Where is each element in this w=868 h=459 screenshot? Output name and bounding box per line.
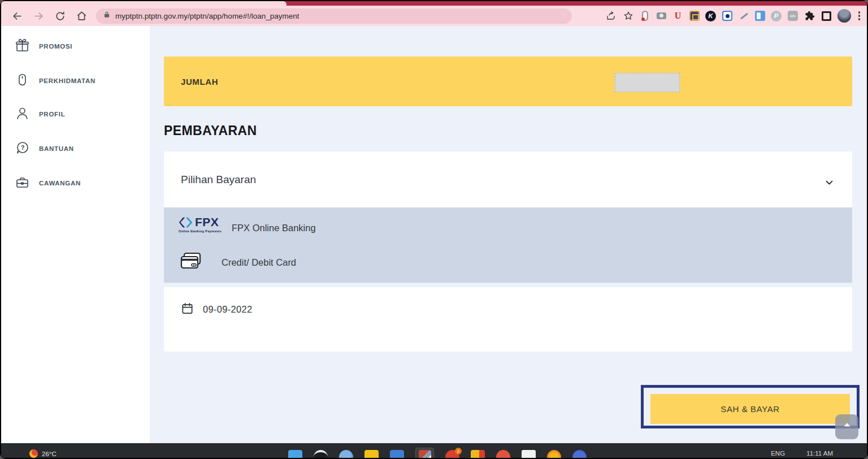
share-icon[interactable] (605, 10, 617, 22)
taskbar-clock[interactable]: 11:11 AM (806, 450, 833, 457)
credit-card-icon (180, 252, 202, 273)
briefcase-icon (15, 175, 30, 192)
lock-icon (103, 11, 111, 21)
payment-date-field[interactable]: 09-09-2022 (164, 287, 852, 352)
weather-temp: 26°C (42, 451, 57, 457)
taskbar-folder-icon[interactable] (364, 450, 379, 458)
fpx-logo: FPX Online Banking Payments (179, 215, 229, 233)
notification-badge: 2 (455, 448, 462, 454)
svg-text:?: ? (21, 144, 25, 151)
taskbar-app-7[interactable]: 2 (445, 450, 459, 458)
browser-menu-icon[interactable] (856, 11, 863, 20)
sidebar-item-label: BANTUAN (39, 145, 74, 152)
address-bar[interactable]: myptptn.ptptn.gov.my/ptptn/app/home#!/lo… (96, 8, 572, 24)
taskbar-active-app[interactable] (415, 448, 434, 458)
url-text: myptptn.ptptn.gov.my/ptptn/app/home#!/lo… (115, 12, 299, 20)
payment-date-value: 09-09-2022 (203, 304, 252, 315)
extensions-puzzle-icon[interactable] (804, 10, 816, 22)
taskbar-app-11[interactable] (547, 450, 561, 458)
sidebar-item-cawangan[interactable]: CAWANGAN (1, 170, 150, 197)
gift-icon (15, 38, 30, 55)
weather-sun-icon (29, 449, 38, 458)
taskbar-app-2[interactable] (314, 450, 328, 458)
extension-pill-icon[interactable] (640, 10, 651, 21)
page-content: PROMOSI PERKHIDMATAN PROFIL ? BANTUAN (1, 26, 867, 443)
highlight-box: SAH & BAYAR (641, 385, 860, 428)
sidebar-item-bantuan[interactable]: ? BANTUAN (1, 135, 150, 162)
extension-gold-icon[interactable] (689, 10, 700, 21)
payment-options-panel: FPX Online Banking Payments FPX Online B… (164, 207, 852, 283)
scroll-to-top-button[interactable] (835, 414, 858, 439)
total-banner: JUMLAH (164, 57, 852, 106)
sidebar-item-profil[interactable]: PROFIL (1, 101, 150, 128)
option-fpx-label: FPX Online Banking (232, 223, 316, 233)
fpx-logo-text: FPX (195, 215, 219, 229)
forward-button[interactable] (32, 9, 45, 23)
extension-code-icon[interactable]: </> (787, 10, 798, 21)
extension-camera-icon[interactable] (656, 10, 667, 21)
sidebar-item-label: CAWANGAN (39, 180, 81, 187)
payment-method-select[interactable]: Pilihan Bayaran (164, 151, 852, 207)
option-fpx[interactable]: FPX Online Banking Payments FPX Online B… (164, 211, 852, 245)
sidebar-item-promosi[interactable]: PROMOSI (1, 33, 150, 60)
sidebar-item-label: PROMOSI (39, 43, 72, 50)
extension-u-icon[interactable]: U (672, 10, 684, 21)
taskbar-app-9[interactable] (496, 450, 510, 458)
windows-taskbar: 26°C 2 ENG 11:11 AM (1, 443, 867, 458)
extension-cashback-icon[interactable] (722, 10, 733, 21)
bookmark-star-icon[interactable] (622, 10, 635, 22)
chevron-down-icon[interactable] (824, 177, 834, 189)
sidebar-item-label: PERKHIDMATAN (39, 77, 96, 84)
reload-button[interactable] (53, 9, 67, 23)
taskbar-weather[interactable]: 26°C (29, 449, 57, 458)
help-bubble-icon: ? (15, 140, 30, 158)
payment-select-label: Pilihan Bayaran (181, 174, 256, 186)
fpx-diamond-icon (179, 216, 193, 228)
taskbar-app-3[interactable] (339, 450, 353, 458)
sidebar: PROMOSI PERKHIDMATAN PROFIL ? BANTUAN (1, 26, 150, 443)
back-button[interactable] (10, 9, 24, 23)
option-card-label: Credit/ Debit Card (222, 257, 296, 268)
taskbar-app-10[interactable] (522, 450, 536, 458)
taskbar-app-12[interactable] (572, 450, 587, 458)
page-title: PEMBAYARAN (164, 123, 257, 138)
total-label: JUMLAH (181, 77, 218, 86)
calendar-icon (181, 302, 194, 317)
home-button[interactable] (75, 9, 88, 23)
redacted-amount (615, 73, 680, 92)
taskbar-app-8[interactable] (471, 450, 485, 458)
active-tab[interactable] (1, 1, 287, 6)
taskbar-app-1[interactable] (288, 450, 302, 458)
window-frame (1, 1, 867, 6)
photos-icon (419, 450, 431, 458)
browser-window: myptptn.ptptn.gov.my/ptptn/app/home#!/lo… (0, 0, 868, 459)
sidebar-item-perkhidmatan[interactable]: PERKHIDMATAN (1, 67, 150, 94)
browser-toolbar: myptptn.ptptn.gov.my/ptptn/app/home#!/lo… (1, 6, 867, 26)
extension-k-icon[interactable]: K (705, 10, 717, 21)
chevron-up-icon (843, 420, 852, 429)
extension-pen-icon[interactable] (738, 10, 749, 21)
sah-bayar-button[interactable]: SAH & BAYAR (650, 394, 850, 424)
option-credit-card[interactable]: Credit/ Debit Card (164, 245, 852, 279)
sidepanel-icon[interactable] (821, 10, 832, 21)
mouse-icon (15, 72, 30, 90)
taskbar-language[interactable]: ENG (771, 450, 785, 457)
sidebar-item-label: PROFIL (39, 111, 65, 118)
extension-p-icon[interactable]: P (771, 10, 782, 21)
person-icon (15, 106, 30, 123)
taskbar-app-5[interactable] (390, 450, 404, 458)
profile-avatar[interactable] (837, 9, 851, 23)
extension-doc-icon[interactable] (754, 10, 766, 21)
fpx-logo-tagline: Online Banking Payments (179, 229, 229, 233)
